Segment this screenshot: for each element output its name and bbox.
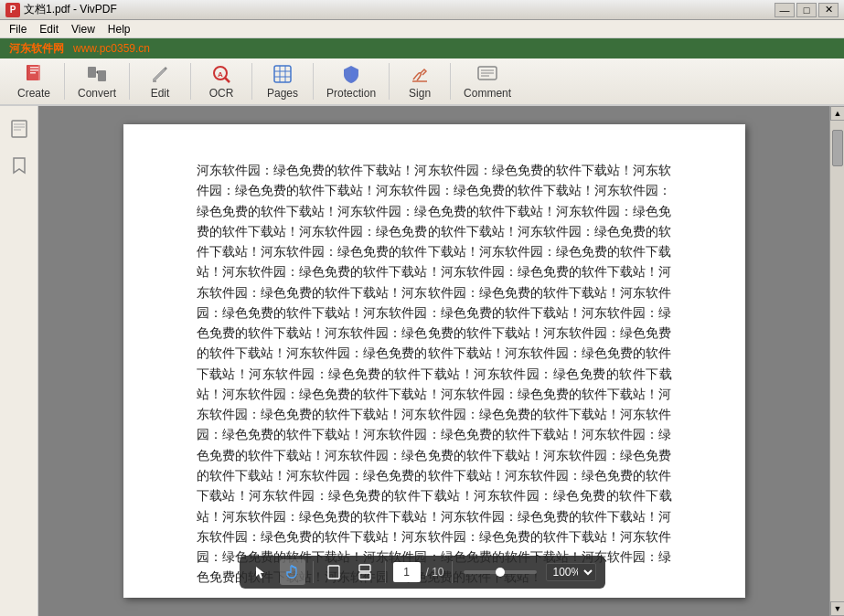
sign-button[interactable]: Sign bbox=[393, 59, 446, 103]
close-button[interactable]: ✕ bbox=[818, 3, 839, 17]
app-icon-letter: P bbox=[10, 5, 16, 15]
svg-rect-6 bbox=[98, 70, 106, 81]
sep4 bbox=[251, 63, 252, 100]
protection-label: Protection bbox=[326, 87, 376, 100]
app-icon: P bbox=[5, 3, 20, 17]
btm-sep2 bbox=[384, 561, 385, 583]
comment-icon bbox=[476, 63, 498, 85]
edit-label: Edit bbox=[151, 87, 170, 100]
watermark-bar: 河东软件网 www.pc0359.cn bbox=[0, 38, 844, 58]
scroll-down-arrow[interactable]: ▼ bbox=[830, 601, 844, 616]
toolbar: Create Convert Edit bbox=[0, 58, 844, 106]
bottom-toolbar: / 10 100% 50% 75% 125% 150% 200% bbox=[239, 556, 604, 589]
protection-icon bbox=[340, 63, 362, 85]
svg-rect-26 bbox=[358, 565, 369, 571]
sep2 bbox=[129, 63, 130, 100]
continuous-page-button[interactable] bbox=[351, 559, 377, 585]
scroll-thumb[interactable] bbox=[832, 130, 843, 166]
page-number-input[interactable] bbox=[392, 562, 420, 582]
page-total: / 10 bbox=[425, 566, 443, 579]
menu-edit[interactable]: Edit bbox=[34, 22, 64, 37]
sep1 bbox=[64, 63, 65, 100]
title-bar-left: P 文档1.pdf - VivPDF bbox=[5, 2, 117, 17]
create-icon bbox=[23, 63, 45, 85]
title-bar: P 文档1.pdf - VivPDF — □ ✕ bbox=[0, 0, 844, 20]
edit-icon bbox=[149, 63, 171, 85]
main-area: 河东软件园：绿色免费的软件下载站！河东软件园：绿色免费的软件下载站！河东软件园：… bbox=[0, 106, 844, 616]
left-panel bbox=[0, 106, 38, 616]
svg-line-9 bbox=[225, 78, 230, 82]
menu-view[interactable]: View bbox=[66, 22, 101, 37]
page-thumbnail-button[interactable] bbox=[5, 115, 33, 143]
pdf-page: 河东软件园：绿色免费的软件下载站！河东软件园：绿色免费的软件下载站！河东软件园：… bbox=[123, 124, 745, 598]
comment-label: Comment bbox=[464, 87, 511, 100]
zoom-select[interactable]: 100% 50% 75% 125% 150% 200% bbox=[546, 563, 596, 581]
sep7 bbox=[450, 63, 451, 100]
sign-label: Sign bbox=[409, 87, 431, 100]
ocr-label: OCR bbox=[209, 87, 234, 100]
edit-button[interactable]: Edit bbox=[134, 59, 187, 103]
window-controls: — □ ✕ bbox=[775, 3, 839, 17]
sep5 bbox=[313, 63, 314, 100]
window-title: 文档1.pdf - VivPDF bbox=[24, 2, 117, 17]
single-page-button[interactable] bbox=[320, 559, 346, 585]
convert-label: Convert bbox=[78, 87, 116, 100]
sep3 bbox=[190, 63, 191, 100]
zoom-handle[interactable] bbox=[496, 568, 505, 577]
scroll-up-arrow[interactable]: ▲ bbox=[830, 106, 844, 121]
maximize-button[interactable]: □ bbox=[796, 3, 817, 17]
pdf-text-content: 河东软件园：绿色免费的软件下载站！河东软件园：绿色免费的软件下载站！河东软件园：… bbox=[197, 161, 672, 589]
ocr-button[interactable]: A OCR bbox=[195, 59, 248, 103]
convert-icon bbox=[86, 63, 108, 85]
svg-rect-4 bbox=[30, 72, 36, 74]
svg-rect-5 bbox=[88, 67, 96, 78]
menu-help[interactable]: Help bbox=[102, 22, 136, 37]
pdf-content-wrapper[interactable]: 河东软件园：绿色免费的软件下载站！河东软件园：绿色免费的软件下载站！河东软件园：… bbox=[38, 106, 829, 616]
svg-rect-2 bbox=[30, 67, 38, 69]
svg-rect-3 bbox=[30, 69, 38, 71]
svg-rect-27 bbox=[358, 573, 369, 579]
pages-icon bbox=[272, 63, 294, 85]
watermark-logo: 河东软件网 bbox=[9, 41, 64, 57]
bookmark-button[interactable] bbox=[5, 152, 33, 179]
svg-rect-25 bbox=[327, 566, 338, 579]
svg-rect-11 bbox=[274, 66, 291, 82]
create-label: Create bbox=[17, 87, 50, 100]
hand-tool-button[interactable] bbox=[279, 559, 304, 585]
select-tool-button[interactable] bbox=[248, 559, 273, 585]
btm-sep3 bbox=[452, 561, 453, 583]
protection-button[interactable]: Protection bbox=[317, 59, 385, 103]
watermark-url: www.pc0359.cn bbox=[73, 42, 150, 55]
convert-button[interactable]: Convert bbox=[69, 59, 125, 103]
scroll-track[interactable] bbox=[830, 121, 844, 601]
pages-button[interactable]: Pages bbox=[256, 59, 309, 103]
menu-file[interactable]: File bbox=[4, 22, 32, 37]
minimize-button[interactable]: — bbox=[775, 3, 795, 17]
sep6 bbox=[389, 63, 390, 100]
sign-icon bbox=[409, 63, 431, 85]
ocr-icon: A bbox=[210, 63, 232, 85]
pages-label: Pages bbox=[267, 87, 298, 100]
create-button[interactable]: Create bbox=[7, 59, 60, 103]
menu-bar: File Edit View Help bbox=[0, 20, 844, 38]
svg-text:A: A bbox=[218, 70, 223, 79]
comment-button[interactable]: Comment bbox=[454, 59, 520, 103]
svg-rect-21 bbox=[12, 121, 27, 137]
btm-sep1 bbox=[312, 561, 313, 583]
zoom-slider[interactable] bbox=[464, 570, 537, 574]
vertical-scrollbar[interactable]: ▲ ▼ bbox=[829, 106, 844, 616]
